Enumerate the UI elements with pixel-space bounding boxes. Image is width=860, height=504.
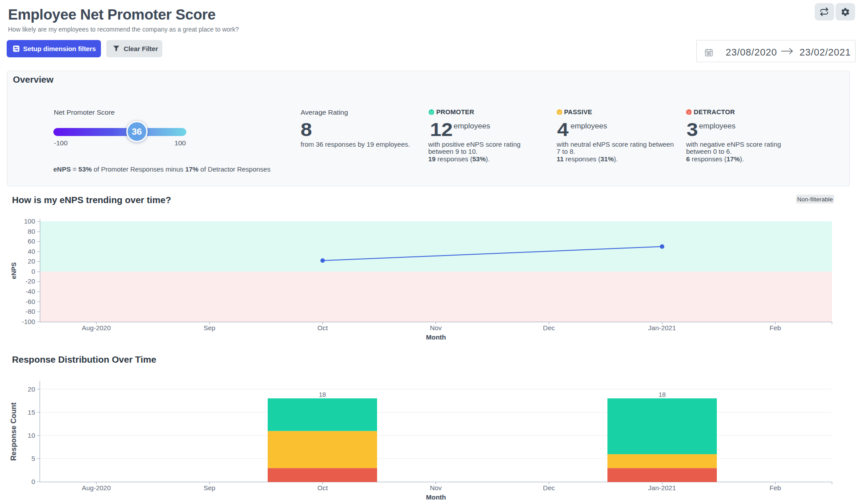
svg-text:-40: -40 <box>25 288 35 295</box>
svg-text:80: 80 <box>28 228 35 235</box>
svg-text:Dec: Dec <box>543 324 555 332</box>
svg-text:40: 40 <box>28 248 35 255</box>
svg-text:0: 0 <box>32 268 35 275</box>
svg-text:Nov: Nov <box>430 484 442 492</box>
svg-text:100: 100 <box>24 217 35 225</box>
svg-text:10: 10 <box>28 432 35 439</box>
svg-text:20: 20 <box>28 257 35 265</box>
svg-text:18: 18 <box>659 391 666 398</box>
svg-text:-60: -60 <box>25 298 35 305</box>
svg-text:Month: Month <box>426 333 446 341</box>
svg-text:Jan-2021: Jan-2021 <box>648 324 676 332</box>
svg-text:Oct: Oct <box>317 324 328 332</box>
svg-text:Dec: Dec <box>543 484 555 492</box>
svg-text:eNPS: eNPS <box>10 262 17 279</box>
svg-text:20: 20 <box>28 385 35 393</box>
svg-text:-80: -80 <box>25 308 35 315</box>
svg-text:-20: -20 <box>25 277 35 285</box>
svg-text:18: 18 <box>319 391 326 398</box>
svg-text:Jan-2021: Jan-2021 <box>648 484 676 492</box>
svg-text:Nov: Nov <box>430 324 442 332</box>
svg-text:-100: -100 <box>22 318 35 325</box>
svg-text:0: 0 <box>32 478 35 485</box>
svg-text:Sep: Sep <box>204 324 216 332</box>
svg-text:60: 60 <box>28 237 35 245</box>
svg-text:Sep: Sep <box>204 484 216 492</box>
svg-text:Oct: Oct <box>317 484 328 492</box>
svg-text:Response Count: Response Count <box>9 402 17 461</box>
svg-text:5: 5 <box>32 455 35 462</box>
svg-text:Month: Month <box>426 493 446 501</box>
svg-text:Aug-2020: Aug-2020 <box>82 324 111 332</box>
svg-text:Aug-2020: Aug-2020 <box>82 484 111 492</box>
svg-text:Feb: Feb <box>769 324 781 332</box>
svg-text:15: 15 <box>28 408 35 416</box>
svg-text:Feb: Feb <box>769 484 781 492</box>
